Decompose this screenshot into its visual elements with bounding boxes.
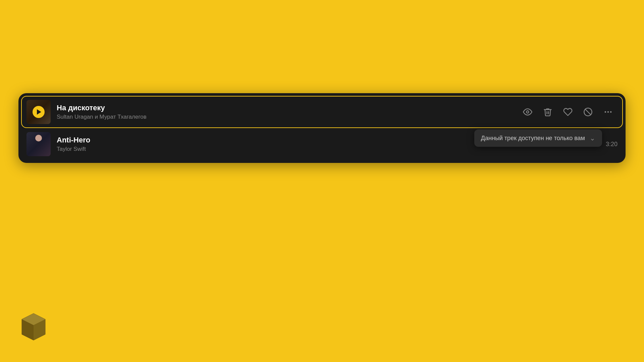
svg-point-5 — [610, 112, 611, 112]
track-thumbnail-2 — [26, 132, 51, 156]
more-button[interactable] — [602, 106, 614, 118]
block-button[interactable] — [582, 106, 594, 118]
chevron-down-icon: ⌄ — [590, 134, 595, 142]
thumbnail-image-2 — [26, 132, 51, 156]
music-player-card: На дискотеку Sultan Uragan и Мурат Тхага… — [18, 93, 626, 163]
svg-line-2 — [585, 109, 591, 115]
track-thumbnail-1 — [26, 100, 51, 124]
tooltip-text: Данный трек доступен не только вам — [481, 135, 585, 142]
svg-point-4 — [608, 112, 608, 112]
play-icon — [37, 109, 41, 115]
track-actions — [522, 106, 614, 118]
tooltip: Данный трек доступен не только вам ⌄ — [474, 129, 602, 147]
track-title-1: На дискотеку — [57, 104, 522, 112]
play-button[interactable] — [33, 106, 45, 118]
like-button[interactable] — [562, 106, 574, 118]
track-row-active: На дискотеку Sultan Uragan и Мурат Тхага… — [21, 96, 623, 128]
track-duration-2: 3:20 — [601, 141, 618, 148]
track-info-1: На дискотеку Sultan Uragan и Мурат Тхага… — [57, 104, 522, 120]
delete-button[interactable] — [542, 106, 554, 118]
svg-point-3 — [605, 112, 606, 112]
svg-point-0 — [527, 111, 529, 113]
view-button[interactable] — [522, 106, 534, 118]
track-artist-1: Sultan Uragan и Мурат Тхагалегов — [57, 114, 522, 120]
app-logo — [18, 312, 49, 342]
track-artist-2: Taylor Swift — [57, 146, 601, 153]
